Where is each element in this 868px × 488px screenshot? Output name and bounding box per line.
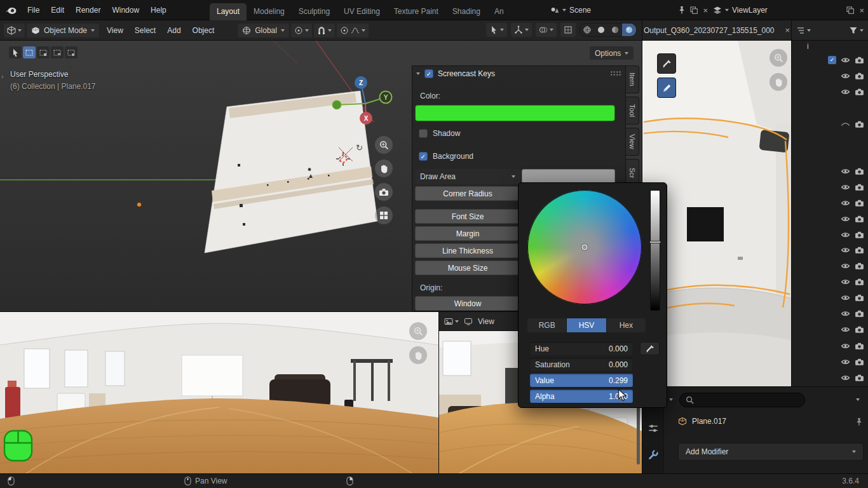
eye-icon[interactable] — [841, 342, 850, 350]
viewport-menu-view[interactable]: View — [101, 20, 129, 41]
outliner-row[interactable] — [841, 261, 864, 271]
camera-icon[interactable] — [855, 342, 864, 350]
xray-toggle[interactable] — [560, 23, 576, 37]
outliner-row[interactable] — [841, 245, 864, 255]
outliner-row[interactable] — [841, 71, 864, 81]
eye-icon[interactable] — [841, 309, 850, 318]
display-toggle-icon[interactable] — [464, 317, 473, 326]
eye-icon[interactable] — [841, 167, 850, 175]
pan-gadget[interactable] — [409, 346, 427, 364]
eye-icon[interactable] — [841, 325, 850, 334]
picker-mode-hex[interactable]: Hex — [607, 318, 646, 332]
select-box-intersect-button[interactable] — [65, 46, 78, 58]
sample-tool-button[interactable] — [657, 53, 676, 74]
camera-icon[interactable] — [855, 167, 864, 175]
camera-icon[interactable] — [855, 88, 864, 96]
panel-drag-handle[interactable] — [610, 71, 621, 77]
annotate-tool-button[interactable] — [657, 78, 676, 98]
value-slider[interactable]: Value0.299 — [530, 374, 633, 387]
camera-icon[interactable] — [855, 309, 864, 318]
region-tab-tool[interactable]: Tool — [626, 97, 639, 125]
orientation-dropdown[interactable]: Global — [238, 24, 289, 37]
blender-logo-icon[interactable] — [0, 6, 22, 15]
proportional-edit-button[interactable] — [337, 24, 369, 37]
outliner-checkbox[interactable]: ✓ — [828, 56, 836, 64]
camera-icon[interactable] — [855, 325, 864, 334]
camera-icon[interactable] — [855, 199, 864, 207]
outliner-row[interactable] — [841, 198, 864, 208]
ortho-toggle-gadget[interactable] — [375, 207, 393, 224]
gizmos-dropdown[interactable] — [511, 23, 532, 37]
eye-icon[interactable] — [841, 246, 850, 254]
eye-icon[interactable] — [841, 278, 850, 286]
outliner-row[interactable]: ✓ — [828, 55, 864, 65]
saturation-slider[interactable]: Saturation0.000 — [530, 358, 633, 371]
shading-wireframe-button[interactable] — [580, 24, 594, 36]
unlink-icon[interactable]: × — [783, 26, 791, 34]
mouse-size-button[interactable]: Mouse Size — [415, 261, 520, 275]
editor-type-button[interactable] — [4, 24, 25, 37]
viewlayer-name[interactable]: ViewLayer — [732, 6, 843, 15]
select-box-subtract-button[interactable] — [51, 46, 64, 58]
view-menu[interactable]: View — [478, 317, 494, 326]
select-box-new-button[interactable] — [23, 46, 36, 58]
zoom-gadget[interactable] — [770, 49, 787, 67]
camera-icon[interactable] — [855, 72, 864, 80]
wheel-cursor[interactable] — [582, 245, 588, 250]
eye-icon[interactable] — [841, 231, 850, 239]
unlink-icon[interactable]: × — [702, 6, 709, 15]
outliner-row[interactable] — [841, 214, 864, 224]
screencast-keys-checkbox[interactable]: ✓ — [424, 69, 433, 78]
outliner-row[interactable] — [841, 166, 864, 176]
outliner-row[interactable] — [841, 356, 864, 367]
value-slider-indicator[interactable] — [649, 241, 661, 243]
shading-material-button[interactable] — [608, 24, 622, 36]
draw-area-dropdown[interactable]: Draw Area — [415, 169, 520, 184]
select-box-extend-button[interactable] — [37, 46, 50, 58]
hue-slider[interactable]: Hue0.000 — [530, 342, 633, 355]
outliner-filter-button[interactable] — [849, 26, 864, 35]
outliner-row[interactable] — [841, 86, 864, 97]
options-dropdown[interactable]: Options — [590, 46, 634, 60]
region-tab-view[interactable]: View — [626, 128, 639, 156]
eye-icon[interactable] — [841, 183, 850, 191]
value-slider[interactable] — [650, 190, 660, 311]
copy-icon[interactable] — [689, 6, 698, 15]
camera-icon[interactable] — [855, 278, 864, 286]
tool-tab-icon[interactable] — [648, 423, 659, 434]
image-name[interactable]: Output_Q360_20230727_135515_000 — [644, 26, 783, 35]
eye-icon[interactable] — [841, 374, 850, 382]
viewlayer-selector[interactable]: ViewLayer × — [713, 0, 865, 20]
outliner-row[interactable] — [841, 292, 864, 302]
line-thickness-button[interactable]: Line Thickness — [415, 243, 520, 258]
menu-render[interactable]: Render — [70, 0, 106, 20]
collapse-arrow-icon[interactable] — [669, 398, 673, 401]
picker-mode-rgb[interactable]: RGB — [527, 318, 567, 332]
viewport-menu-object[interactable]: Object — [187, 20, 220, 41]
selectability-dropdown[interactable] — [486, 23, 507, 37]
origin-window-button[interactable]: Window — [415, 296, 520, 311]
add-modifier-button[interactable]: Add Modifier — [678, 443, 864, 461]
scene-selector[interactable]: Scene × — [550, 0, 709, 20]
background-checkbox[interactable]: ✓ — [419, 152, 428, 161]
unlink-icon[interactable]: × — [858, 6, 865, 15]
pin-icon[interactable] — [677, 6, 686, 15]
camera-icon[interactable] — [855, 246, 864, 254]
rotate-widget-icon[interactable]: ↻ — [356, 143, 363, 152]
outliner-row[interactable] — [841, 182, 864, 192]
pan-gadget[interactable] — [375, 159, 393, 177]
workspace-tab-texture-paint[interactable]: Texture Paint — [387, 3, 445, 20]
eye-icon[interactable] — [841, 72, 850, 80]
scene-name[interactable]: Scene — [569, 6, 674, 15]
camera-icon[interactable] — [855, 215, 864, 223]
properties-search-field[interactable] — [679, 393, 805, 407]
zoom-gadget[interactable] — [375, 136, 393, 154]
region-tab-item[interactable]: Item — [626, 65, 639, 93]
eye-icon[interactable] — [841, 294, 850, 302]
object-name[interactable]: Plane.017 — [692, 417, 726, 426]
snap-button[interactable] — [314, 24, 335, 37]
eye-icon[interactable] — [841, 199, 850, 207]
chevron-down-icon[interactable] — [856, 398, 860, 401]
outliner-row[interactable] — [841, 341, 864, 351]
picker-mode-hsv[interactable]: HSV — [567, 318, 606, 332]
